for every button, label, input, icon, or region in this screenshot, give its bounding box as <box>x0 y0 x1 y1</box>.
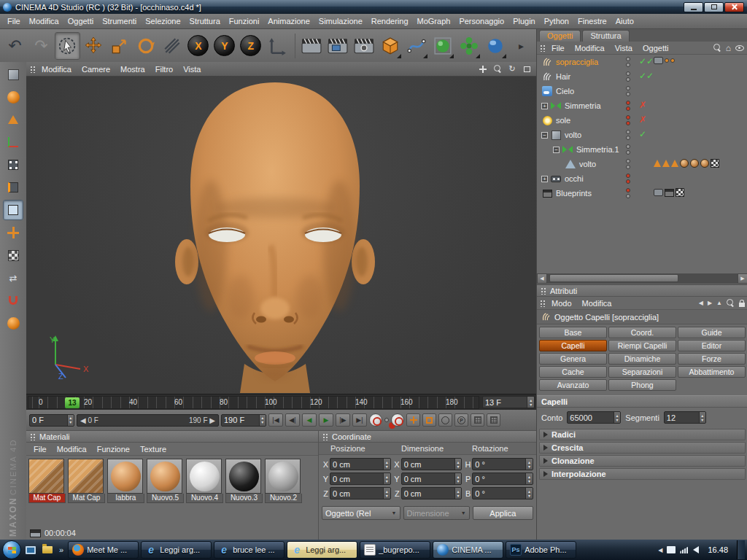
attr-tab-phong[interactable]: Phong <box>608 379 676 391</box>
pos-y-input[interactable] <box>330 475 383 483</box>
task-bugreport[interactable]: _bugrepo... <box>360 541 430 559</box>
menu-plugin[interactable]: Plugin <box>508 15 540 27</box>
frame-range-slider[interactable]: ◀ 0 F 190 F ▶ <box>77 414 219 427</box>
menu-struttura[interactable]: Struttura <box>185 15 225 27</box>
record-rotation-toggle[interactable] <box>438 413 452 427</box>
spinner-icon[interactable]: ▴▾ <box>383 473 390 484</box>
visibility-dots[interactable] <box>626 57 630 67</box>
spinner-icon[interactable]: ▴▾ <box>454 459 462 470</box>
viewport-menu-mostra[interactable]: Mostra <box>116 64 150 74</box>
material-thumbnail[interactable] <box>147 459 182 494</box>
visibility-dots[interactable] <box>626 174 630 184</box>
keyframe-presets-button[interactable] <box>487 413 500 427</box>
objects-menu-vista[interactable]: Vista <box>611 43 637 53</box>
tree-item-simmetria[interactable]: + Simmetria ✗ <box>537 98 747 113</box>
material-thumbnail[interactable] <box>68 459 104 494</box>
redo-button[interactable]: ↷ <box>28 32 54 60</box>
spinner-icon[interactable]: ▴▾ <box>259 415 266 426</box>
scroll-right-icon[interactable]: ▶ <box>738 273 747 284</box>
move-tool-button[interactable] <box>81 32 107 60</box>
simulation-button[interactable] <box>3 313 23 333</box>
task-meet-me[interactable]: Meet Me ... <box>68 541 139 559</box>
selection-tag-icon[interactable] <box>654 160 661 167</box>
tree-item-volto-group[interactable]: − volto ✓ <box>537 128 747 142</box>
enabled-check-icon[interactable]: ✓ <box>639 129 646 139</box>
tree-item-simmetria-1[interactable]: − Simmetria.1 <box>537 142 747 157</box>
subdivision-surface-button[interactable] <box>430 32 455 60</box>
dimension-mode-dropdown[interactable]: Dimensione ▼ <box>403 506 470 520</box>
model-mode-button[interactable] <box>3 87 23 107</box>
objects-menu-modifica[interactable]: Modifica <box>570 43 609 53</box>
timeline-ruler[interactable]: 0 20 40 60 80 100 120 140 160 180 13 <box>28 396 479 409</box>
live-selection-button[interactable] <box>55 32 80 60</box>
material-thumbnail[interactable] <box>265 459 301 494</box>
dim-y-input[interactable] <box>402 475 454 483</box>
eye-icon[interactable] <box>735 45 744 51</box>
task-leggi-arg-1[interactable]: e Leggi arg... <box>141 541 212 559</box>
enabled-check-icon[interactable]: ✓✓ <box>639 56 654 66</box>
visibility-dots[interactable] <box>626 115 630 125</box>
menu-aiuto[interactable]: Aiuto <box>611 15 638 27</box>
close-button[interactable] <box>724 2 744 12</box>
menu-simulazione[interactable]: Simulazione <box>314 15 367 27</box>
record-parameter-toggle[interactable]: P <box>454 413 468 427</box>
material-item[interactable]: Nuovo.2 <box>265 459 302 503</box>
grip-handle-icon[interactable] <box>30 433 36 440</box>
texture-mode-button[interactable] <box>3 109 23 130</box>
materials-menu-modifica[interactable]: Modifica <box>53 444 91 454</box>
attr-tab-capelli[interactable]: Capelli <box>539 340 607 351</box>
edges-mode-button[interactable] <box>3 177 23 198</box>
task-bruce-lee[interactable]: e bruce lee ... <box>214 541 285 559</box>
play-button[interactable]: ▶ <box>319 413 333 427</box>
menu-funzioni[interactable]: Funzioni <box>225 15 264 27</box>
attr-tab-cache[interactable]: Cache <box>539 366 607 378</box>
attr-tab-coord[interactable]: Coord. <box>608 327 676 338</box>
history-back-icon[interactable]: ◀ <box>699 300 703 306</box>
menu-mograph[interactable]: MoGraph <box>413 15 455 27</box>
scrollbar-thumb[interactable] <box>549 274 678 282</box>
environment-button[interactable] <box>482 32 508 60</box>
polygons-mode-button[interactable] <box>3 200 23 220</box>
record-keyframe-button[interactable] <box>369 413 382 427</box>
range-left-arrow-icon[interactable]: ◀ <box>80 416 86 424</box>
texture-axis-mode-button[interactable] <box>3 245 23 265</box>
menu-personaggio[interactable]: Personaggio <box>454 15 508 27</box>
selection-tag-icon[interactable] <box>671 160 678 167</box>
network-icon[interactable] <box>680 546 689 553</box>
menu-python[interactable]: Python <box>540 15 573 27</box>
spinner-icon[interactable]: ▴▾ <box>454 473 462 484</box>
lock-y-axis-button[interactable]: Y <box>212 32 237 60</box>
previous-key-button[interactable]: ◀| <box>285 413 300 427</box>
spinner-icon[interactable]: ▴▾ <box>67 415 74 426</box>
attr-tab-avanzato[interactable]: Avanzato <box>539 379 607 391</box>
material-thumbnail[interactable] <box>225 459 261 494</box>
selection-tag-icon[interactable] <box>662 160 670 167</box>
range-start-input[interactable] <box>30 416 67 424</box>
attr-tab-dinamiche[interactable]: Dinamiche <box>608 353 676 365</box>
record-scale-toggle[interactable] <box>422 413 436 427</box>
modeling-axis-button[interactable] <box>160 32 185 60</box>
minimize-button[interactable] <box>684 2 703 12</box>
material-item[interactable]: Mat Cap <box>28 459 66 503</box>
tree-item-sole[interactable]: sole ✗ <box>537 113 747 128</box>
menu-file[interactable]: File <box>3 15 25 27</box>
viewport-menu-vista[interactable]: Vista <box>179 64 205 74</box>
grip-handle-icon[interactable] <box>540 44 546 52</box>
add-spline-button[interactable] <box>403 32 429 60</box>
materials-menu-texture[interactable]: Texture <box>136 444 171 454</box>
visibility-dots[interactable] <box>626 86 630 96</box>
menu-oggetti[interactable]: Oggetti <box>63 15 98 27</box>
capelli-section-header[interactable]: Capelli <box>537 395 747 408</box>
material-thumbnail[interactable] <box>28 459 64 494</box>
workplane-mode-button[interactable] <box>3 132 23 152</box>
group-radici[interactable]: Radici <box>539 429 746 440</box>
zoom-view-button[interactable] <box>492 64 503 74</box>
material-item[interactable]: Nuovo.3 <box>225 459 263 503</box>
quicklaunch-explorer[interactable] <box>40 542 55 557</box>
menu-rendering[interactable]: Rendering <box>367 15 413 27</box>
render-picture-viewer-button[interactable] <box>325 32 351 60</box>
dim-z-input[interactable] <box>402 489 454 498</box>
pan-view-button[interactable] <box>477 64 489 74</box>
spinner-icon[interactable]: ▴▾ <box>383 459 390 470</box>
objects-menu-file[interactable]: File <box>547 43 569 53</box>
